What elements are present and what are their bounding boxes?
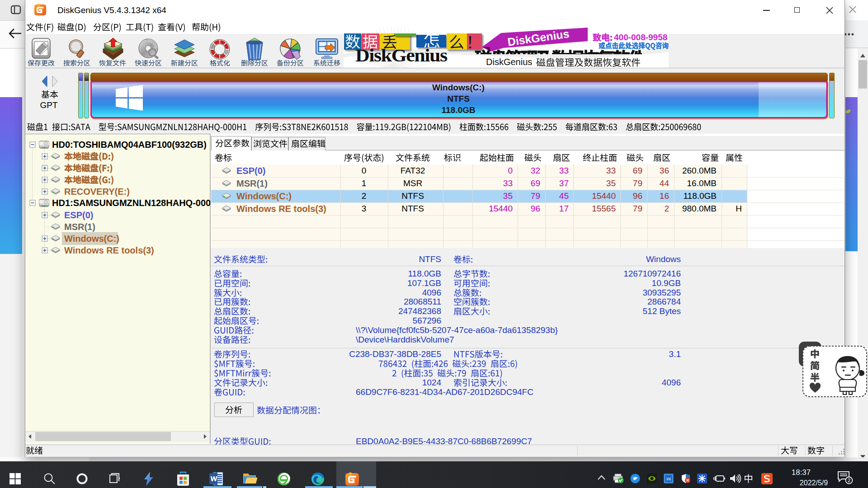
svg-text:DiskGenius: DiskGenius [507,27,570,48]
svg-text:2: 2 [848,478,850,483]
svg-text:int: int [666,477,671,481]
